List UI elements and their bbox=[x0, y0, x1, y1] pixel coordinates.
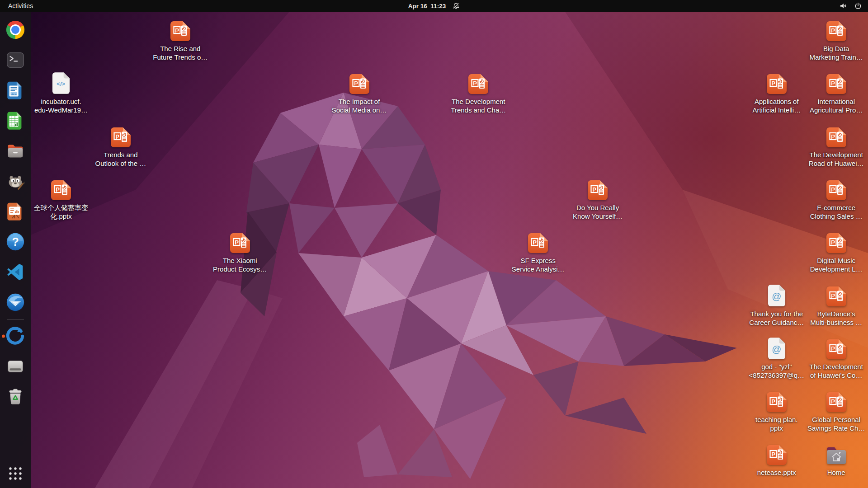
desktop-icon-label: 全球个人储蓄率变 化.pptx bbox=[25, 203, 97, 221]
powerpoint-file-icon: P bbox=[826, 127, 847, 148]
activities-button[interactable]: Activities bbox=[4, 1, 38, 10]
desktop-icon-dev-trends-cha[interactable]: P The Development Trends and Cha… bbox=[444, 68, 512, 116]
ppt-file-glyph: P bbox=[528, 230, 548, 253]
dock-item-libreoffice-impress[interactable] bbox=[0, 201, 31, 222]
desktop-icon-sf-express[interactable]: P SF Express Service Analysi… bbox=[504, 227, 572, 275]
power-icon bbox=[854, 2, 862, 9]
dock-item-libreoffice-calc[interactable] bbox=[0, 110, 31, 131]
desktop-icon-label: The Rise and Future Trends o… bbox=[144, 44, 217, 61]
dock-item-thunderbird[interactable] bbox=[0, 291, 31, 313]
ppt-file-glyph: P bbox=[230, 230, 250, 253]
powerpoint-file-icon: P bbox=[826, 286, 847, 307]
desktop-icon-impact-social-media[interactable]: P The Impact of Social Media on… bbox=[326, 68, 393, 116]
desktop-icon-label: Trends and Outlook of the … bbox=[85, 150, 157, 168]
dock-item-terminal[interactable] bbox=[0, 49, 31, 71]
ppt-file-glyph: P bbox=[468, 71, 489, 94]
top-bar: Activities Apr 16 11:23 bbox=[0, 0, 868, 12]
libreoffice-impress-icon bbox=[5, 201, 26, 222]
desktop-icon-global-savings-rate[interactable]: P Global Personal Savings Rate Ch… bbox=[802, 386, 868, 434]
dock-item-help[interactable]: ? bbox=[0, 231, 31, 253]
desktop-icon-label: Do You Really Know Yourself… bbox=[561, 203, 634, 221]
dock-item-files[interactable] bbox=[0, 140, 31, 162]
ppt-file-glyph: P bbox=[826, 389, 847, 413]
powerpoint-file-icon: P bbox=[826, 233, 847, 253]
desktop-icon-xiaomi-ecosystem[interactable]: P The Xiaomi Product Ecosys… bbox=[206, 227, 274, 275]
ppt-file-glyph: P bbox=[826, 124, 847, 148]
dock-item-gimp[interactable] bbox=[0, 170, 31, 192]
desktop-icon-label: The Impact of Social Media on… bbox=[323, 97, 396, 114]
desktop-icon-label: E-commerce Clothing Sales … bbox=[800, 203, 868, 221]
powerpoint-file-icon: P bbox=[51, 180, 71, 201]
thunderbird-icon bbox=[5, 292, 26, 313]
desktop-icon-dev-road-huawei[interactable]: P The Development Road of Huawei… bbox=[802, 122, 868, 169]
svg-text:P: P bbox=[592, 186, 596, 192]
desktop-icon-label: Digital Music Development L… bbox=[800, 256, 868, 273]
dock-item-software-updater[interactable] bbox=[0, 325, 31, 347]
gimp-icon bbox=[5, 171, 26, 192]
desktop-icon-incubator-ucf[interactable]: </> incubator.ucf. edu-WedMar19… bbox=[27, 68, 95, 116]
system-status-area[interactable] bbox=[840, 2, 862, 9]
svg-text:P: P bbox=[831, 186, 835, 192]
desktop-icon-ecommerce-clothing[interactable]: P E-commerce Clothing Sales … bbox=[802, 174, 868, 222]
dock-item-libreoffice-writer[interactable] bbox=[0, 80, 31, 101]
svg-text:P: P bbox=[831, 398, 835, 405]
files-icon bbox=[5, 141, 26, 161]
svg-text:P: P bbox=[831, 27, 835, 34]
svg-text:P: P bbox=[831, 133, 835, 140]
svg-text:P: P bbox=[175, 27, 179, 34]
svg-text:P: P bbox=[354, 80, 358, 87]
trash-icon bbox=[5, 386, 26, 407]
ppt-file-glyph: P bbox=[826, 336, 847, 360]
powerpoint-file-icon: P bbox=[826, 339, 847, 360]
desktop-icon-label: The Xiaomi Product Ecosys… bbox=[204, 256, 276, 273]
desktop-icon-intl-agricultural[interactable]: P International Agricultural Pro… bbox=[802, 68, 868, 116]
desktop-icon-label: The Development of Huawei's Co… bbox=[800, 362, 868, 380]
svg-text:P: P bbox=[56, 186, 60, 192]
ppt-file-glyph: P bbox=[170, 18, 191, 42]
desktop-icon-dev-huawei-co[interactable]: P The Development of Huawei's Co… bbox=[802, 333, 868, 381]
clock-menu[interactable]: Apr 16 11:23 bbox=[408, 2, 460, 9]
google-chrome-icon bbox=[5, 19, 26, 40]
ppt-file-glyph: P bbox=[826, 71, 847, 94]
ppt-file-glyph: P bbox=[766, 442, 787, 465]
software-updater-icon bbox=[5, 326, 26, 347]
svg-text:P: P bbox=[115, 133, 119, 140]
dock-item-disks[interactable] bbox=[0, 356, 31, 377]
desktop-icon-label: SF Express Service Analysi… bbox=[502, 256, 574, 273]
dock-item-show-apps[interactable] bbox=[0, 463, 31, 484]
running-indicator-dot bbox=[2, 335, 5, 338]
desktop-icon-home[interactable]: Home bbox=[802, 439, 868, 479]
help-icon: ? bbox=[5, 231, 26, 252]
svg-text:P: P bbox=[831, 80, 835, 87]
desktop-icon-label: incubator.ucf. edu-WedMar19… bbox=[25, 97, 97, 114]
ppt-file-glyph: P bbox=[766, 389, 787, 413]
ppt-file-glyph: P bbox=[349, 71, 370, 94]
svg-text:P: P bbox=[831, 292, 835, 299]
desktop-icon-rise-future-trends[interactable]: P The Rise and Future Trends o… bbox=[146, 15, 214, 63]
desktop-icon-digital-music[interactable]: P Digital Music Development L… bbox=[802, 227, 868, 275]
desktop-icon-trends-outlook[interactable]: P Trends and Outlook of the … bbox=[87, 122, 155, 169]
disks-icon bbox=[5, 356, 26, 377]
svg-text:@: @ bbox=[772, 291, 781, 301]
vscode-icon bbox=[5, 262, 26, 282]
ppt-file-glyph: P bbox=[826, 230, 847, 253]
desktop-icon-bytedance-multibusiness[interactable]: P ByteDance's Multi-business … bbox=[802, 281, 868, 328]
powerpoint-file-icon: P bbox=[110, 127, 131, 148]
powerpoint-file-icon: P bbox=[826, 74, 847, 94]
ppt-file-glyph: P bbox=[826, 283, 847, 307]
svg-text:</>: </> bbox=[57, 80, 65, 87]
powerpoint-file-icon: P bbox=[826, 180, 847, 201]
desktop-icon-label: Big Data Marketing Train… bbox=[800, 44, 868, 61]
desktop-icon-big-data-marketing[interactable]: P Big Data Marketing Train… bbox=[802, 15, 868, 63]
terminal-icon bbox=[5, 50, 26, 70]
dock-item-vscode[interactable] bbox=[0, 261, 31, 283]
desktop-icon-do-you-really-know[interactable]: P Do You Really Know Yourself… bbox=[564, 174, 632, 222]
powerpoint-file-icon: P bbox=[826, 21, 847, 42]
powerpoint-file-icon: P bbox=[766, 392, 787, 413]
svg-text:P: P bbox=[473, 80, 477, 87]
dock-item-trash[interactable] bbox=[0, 386, 31, 408]
desktop-icon-global-savings-cn[interactable]: P 全球个人储蓄率变 化.pptx bbox=[27, 174, 95, 222]
desktop-area[interactable]: P The Rise and Future Trends o… P Big Da… bbox=[31, 12, 868, 488]
dock-item-google-chrome[interactable] bbox=[0, 19, 31, 41]
ppt-file-glyph: P bbox=[587, 177, 608, 201]
